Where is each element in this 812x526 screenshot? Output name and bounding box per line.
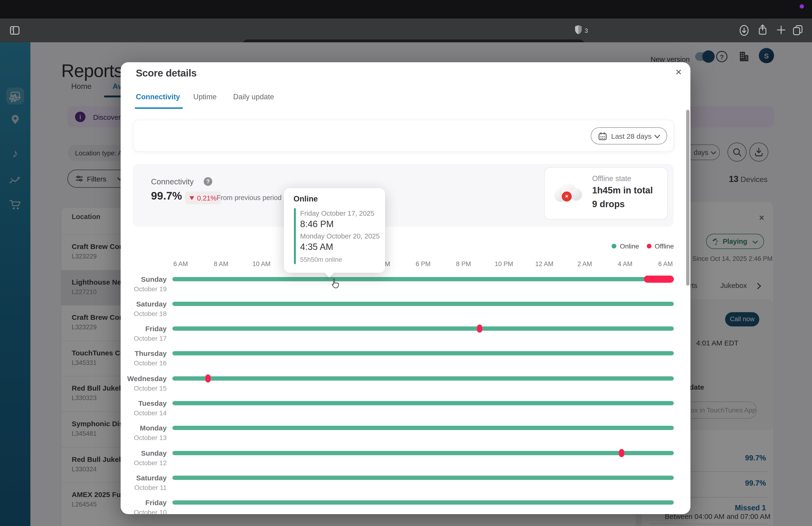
- tooltip-duration: 55h50m online: [300, 256, 342, 263]
- shield-icon[interactable]: [575, 25, 582, 35]
- chart-toolbar: Last 28 days: [133, 120, 674, 152]
- connectivity-bar[interactable]: [172, 401, 674, 405]
- day-name: Friday: [145, 325, 167, 332]
- online-segment[interactable]: [172, 326, 674, 331]
- connectivity-bar[interactable]: [172, 501, 674, 505]
- delta-badge: 0.21%: [185, 191, 221, 204]
- chart-legend: Online Offline: [612, 242, 674, 250]
- timeline-row: Saturday October 18: [121, 289, 691, 314]
- offline-drop-marker[interactable]: [619, 449, 624, 457]
- active-tab-underline: [135, 108, 183, 109]
- timeline-row: Wednesday October 15: [121, 364, 691, 389]
- tooltip-start-date: Friday October 17, 2025: [300, 210, 374, 217]
- timeline-row: Friday October 10: [121, 488, 691, 513]
- sidebar-toggle-icon[interactable]: [10, 26, 19, 35]
- day-name: Tuesday: [139, 399, 167, 407]
- menu-bar: [0, 0, 812, 18]
- notification-dot: [800, 4, 804, 9]
- connectivity-summary: Connectivity ? 99.7% 0.21% From previous…: [133, 164, 674, 227]
- online-segment[interactable]: [172, 475, 674, 480]
- help-tooltip-icon[interactable]: ?: [204, 177, 212, 186]
- online-segment[interactable]: [172, 302, 674, 306]
- offline-drop-marker[interactable]: [205, 374, 211, 383]
- tooltip-accent-rule: [294, 208, 295, 264]
- modal-title: Score details: [136, 68, 197, 79]
- timeline-row: Monday October 13: [121, 414, 691, 439]
- day-name: Monday: [140, 424, 167, 432]
- date-range-label: Last 28 days: [611, 132, 652, 140]
- day-name: Sunday: [141, 449, 167, 457]
- tooltip-start-time: 8:46 PM: [300, 219, 334, 229]
- mouse-cursor: [330, 278, 341, 290]
- screen: Private tempo-beta.touchtunes.com Ax 3: [0, 0, 812, 526]
- down-triangle-icon: [189, 196, 194, 200]
- connectivity-bar[interactable]: [172, 426, 674, 430]
- delta-value: 0.21%: [197, 194, 217, 202]
- tooltip-end-time: 4:35 AM: [300, 242, 333, 252]
- offline-total: 1h45m in total: [592, 185, 653, 196]
- timeline-row: Tuesday October 14: [121, 389, 691, 414]
- modal-scrollbar[interactable]: [686, 110, 689, 286]
- offline-drops: 9 drops: [592, 199, 625, 210]
- legend-offline: Offline: [647, 242, 674, 250]
- online-segment[interactable]: [172, 376, 674, 381]
- day-name: Thursday: [135, 350, 167, 358]
- offline-period-segment[interactable]: [644, 275, 674, 283]
- offline-state-card: × Offline state 1h45m in total 9 drops: [544, 167, 668, 219]
- delta-note: From previous period: [217, 194, 281, 201]
- online-segment[interactable]: [172, 351, 674, 356]
- connectivity-bar[interactable]: [172, 326, 674, 331]
- chart-tooltip: Online Friday October 17, 2025 8:46 PM M…: [284, 188, 385, 273]
- online-segment[interactable]: [172, 451, 674, 455]
- browser-toolbar: Private tempo-beta.touchtunes.com Ax 3: [0, 18, 812, 42]
- chevron-down-icon: [654, 134, 660, 139]
- tab-daily-update[interactable]: Daily update: [233, 93, 274, 101]
- online-segment[interactable]: [172, 501, 674, 505]
- tooltip-end-date: Monday October 20, 2025: [300, 232, 380, 240]
- timeline-row: Saturday October 11: [121, 463, 691, 488]
- tab-overview-icon[interactable]: [792, 24, 803, 35]
- offline-state-label: Offline state: [592, 174, 631, 183]
- timeline-row: Thursday October 16: [121, 339, 691, 364]
- score-details-modal: Score details × Connectivity Uptime Dail…: [121, 62, 691, 514]
- tab-connectivity[interactable]: Connectivity: [136, 93, 180, 101]
- close-icon[interactable]: ×: [673, 67, 684, 77]
- online-dot-icon: [612, 244, 617, 248]
- downloads-icon[interactable]: [739, 24, 749, 37]
- connectivity-bar[interactable]: [172, 451, 674, 455]
- shield-count: 3: [584, 27, 588, 34]
- online-segment[interactable]: [172, 401, 674, 405]
- new-tab-icon[interactable]: [777, 26, 785, 34]
- tooltip-title: Online: [293, 194, 318, 203]
- error-badge-icon: ×: [562, 191, 572, 201]
- tab-uptime[interactable]: Uptime: [193, 93, 217, 101]
- offline-cloud-icon: ×: [555, 184, 583, 201]
- connectivity-value: 99.7%: [151, 189, 182, 202]
- day-name: Saturday: [136, 300, 167, 308]
- connectivity-bar[interactable]: [172, 277, 674, 281]
- stat-label: Connectivity: [151, 177, 194, 186]
- online-segment[interactable]: [172, 426, 674, 430]
- timeline-row: Friday October 17: [121, 314, 691, 339]
- connectivity-bar[interactable]: [172, 376, 674, 381]
- legend-online: Online: [612, 242, 639, 250]
- day-name: Saturday: [136, 474, 167, 482]
- timeline-row: Sunday October 12: [121, 439, 691, 464]
- page-viewport: ♪ Reports Home Ava New version ? S i Dis…: [0, 42, 812, 526]
- day-date: October 10: [134, 509, 167, 514]
- offline-drop-marker[interactable]: [477, 325, 482, 332]
- connectivity-bar[interactable]: [172, 351, 674, 356]
- date-range-selector[interactable]: Last 28 days: [591, 127, 667, 144]
- connectivity-bar[interactable]: [172, 302, 674, 306]
- timeline-row: Sunday October 19: [121, 265, 691, 289]
- day-name: Friday: [145, 499, 167, 507]
- online-segment[interactable]: [172, 277, 674, 281]
- connectivity-bar[interactable]: [172, 475, 674, 480]
- day-name: Wednesday: [127, 374, 167, 383]
- day-name: Sunday: [141, 275, 167, 283]
- offline-dot-icon: [647, 244, 652, 248]
- share-icon[interactable]: [758, 24, 767, 36]
